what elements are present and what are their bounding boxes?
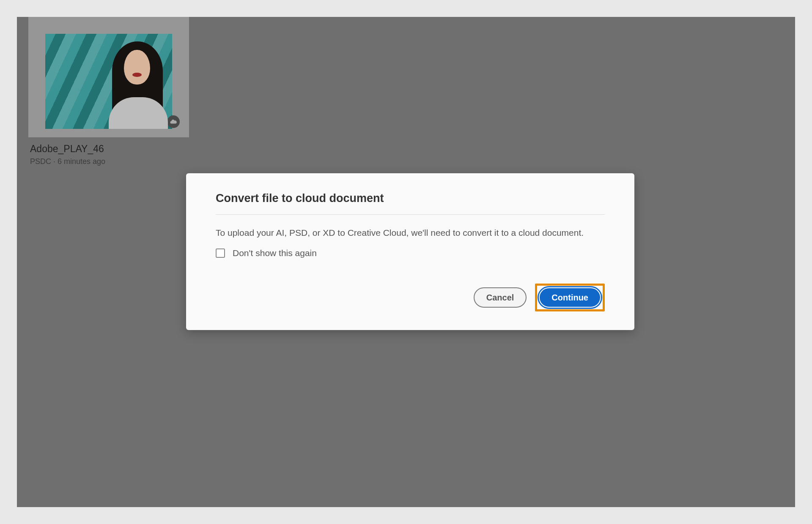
dont-show-row: Don't show this again (216, 248, 605, 258)
dialog-button-row: Cancel Continue (216, 284, 605, 311)
dont-show-label[interactable]: Don't show this again (233, 248, 317, 258)
app-canvas: Adobe_PLAY_46 PSDC · 6 minutes ago Conve… (17, 17, 795, 507)
dialog-divider (216, 214, 605, 215)
dialog-body-text: To upload your AI, PSD, or XD to Creativ… (216, 227, 605, 239)
dont-show-checkbox[interactable] (216, 248, 225, 258)
dialog-title: Convert file to cloud document (216, 192, 605, 205)
continue-button[interactable]: Continue (539, 287, 601, 308)
convert-dialog: Convert file to cloud document To upload… (186, 173, 634, 330)
cancel-button[interactable]: Cancel (474, 287, 527, 308)
continue-highlight: Continue (535, 284, 605, 311)
